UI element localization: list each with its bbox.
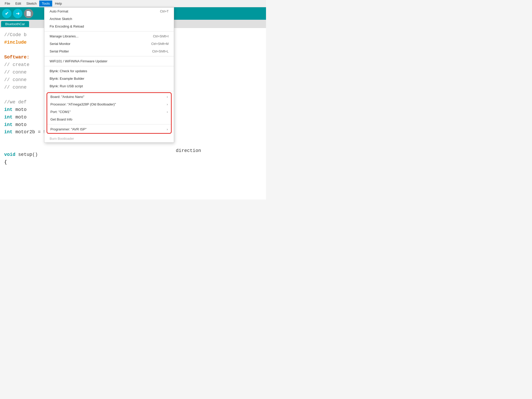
menu-file[interactable]: File bbox=[2, 1, 13, 6]
fix-encoding-label: Fix Encoding & Reload bbox=[50, 24, 84, 28]
auto-format-shortcut: Ctrl+T bbox=[160, 10, 169, 13]
divider-3 bbox=[44, 66, 174, 66]
serial-monitor-label: Serial Monitor bbox=[50, 42, 70, 46]
programmer-arrow-icon: › bbox=[167, 128, 168, 131]
auto-format-label: Auto Format bbox=[50, 9, 68, 13]
get-board-info-label: Get Board Info bbox=[50, 117, 72, 121]
menu-burn-bootloader[interactable]: Burn Bootloader bbox=[44, 135, 174, 142]
programmer-label: Programmer: "AVR ISP" bbox=[50, 127, 87, 131]
divider-1 bbox=[44, 31, 174, 31]
blynk-example-label: Blynk: Example Builder bbox=[50, 77, 84, 81]
menu-fix-encoding[interactable]: Fix Encoding & Reload bbox=[44, 23, 174, 30]
menu-serial-monitor[interactable]: Serial Monitor Ctrl+Shift+M bbox=[44, 40, 174, 48]
tools-dropdown-menu: Auto Format Ctrl+T Archive Sketch Fix En… bbox=[44, 7, 174, 143]
menu-port[interactable]: Port: "COM1" › bbox=[47, 108, 171, 116]
menu-blynk-check[interactable]: Blynk: Check for updates bbox=[44, 67, 174, 75]
menu-manage-libraries[interactable]: Manage Libraries... Ctrl+Shift+I bbox=[44, 32, 174, 40]
divider-in-highlight bbox=[47, 124, 171, 124]
tab-bluetoothcar[interactable]: BluetoothCar bbox=[1, 21, 29, 27]
menu-get-board-info[interactable]: Get Board Info bbox=[47, 116, 171, 123]
menu-sketch[interactable]: Sketch bbox=[24, 1, 39, 6]
divider-4 bbox=[44, 91, 174, 91]
processor-label: Processor: "ATmega328P (Old Bootloader)" bbox=[50, 102, 116, 106]
blynk-check-label: Blynk: Check for updates bbox=[50, 69, 87, 73]
menu-edit[interactable]: Edit bbox=[13, 1, 24, 6]
menu-board[interactable]: Board: "Arduino Nano" › bbox=[47, 93, 171, 101]
serial-plotter-label: Serial Plotter bbox=[50, 49, 69, 53]
board-label: Board: "Arduino Nano" bbox=[50, 95, 84, 99]
wifi-firmware-label: WiFi101 / WiFiNINA Firmware Updater bbox=[50, 59, 107, 63]
code-line-16 bbox=[4, 143, 262, 151]
archive-sketch-label: Archive Sketch bbox=[50, 17, 72, 21]
blynk-usb-label: Blynk: Run USB script bbox=[50, 84, 83, 88]
board-arrow-icon: › bbox=[167, 95, 168, 99]
menu-archive-sketch[interactable]: Archive Sketch bbox=[44, 15, 174, 23]
code-line-18: { bbox=[4, 158, 262, 166]
menubar: File Edit Sketch Tools Help bbox=[0, 0, 266, 7]
manage-libraries-shortcut: Ctrl+Shift+I bbox=[153, 35, 169, 38]
verify-button[interactable]: ✔ bbox=[2, 9, 11, 18]
serial-plotter-shortcut: Ctrl+Shift+L bbox=[152, 50, 169, 53]
menu-programmer[interactable]: Programmer: "AVR ISP" › bbox=[47, 125, 171, 133]
highlighted-board-section: Board: "Arduino Nano" › Processor: "ATme… bbox=[46, 92, 172, 134]
burn-bootloader-label: Burn Bootloader bbox=[50, 137, 74, 141]
menu-blynk-usb[interactable]: Blynk: Run USB script bbox=[44, 82, 174, 90]
menu-blynk-example[interactable]: Blynk: Example Builder bbox=[44, 75, 174, 82]
side-direction-text: direction bbox=[176, 148, 201, 153]
new-button[interactable]: 📄 bbox=[24, 9, 33, 18]
upload-button[interactable]: ➜ bbox=[13, 9, 22, 18]
manage-libraries-label: Manage Libraries... bbox=[50, 34, 78, 38]
menu-processor[interactable]: Processor: "ATmega328P (Old Bootloader)"… bbox=[47, 101, 171, 108]
menu-tools[interactable]: Tools bbox=[39, 1, 52, 6]
serial-monitor-shortcut: Ctrl+Shift+M bbox=[151, 42, 169, 46]
menu-help[interactable]: Help bbox=[52, 1, 64, 6]
code-line-17: void setup() bbox=[4, 151, 262, 158]
divider-2 bbox=[44, 56, 174, 56]
menu-auto-format[interactable]: Auto Format Ctrl+T bbox=[44, 8, 174, 15]
processor-arrow-icon: › bbox=[167, 103, 168, 106]
menu-wifi-firmware[interactable]: WiFi101 / WiFiNINA Firmware Updater bbox=[44, 57, 174, 65]
port-label: Port: "COM1" bbox=[50, 110, 71, 114]
menu-serial-plotter[interactable]: Serial Plotter Ctrl+Shift+L bbox=[44, 48, 174, 55]
port-arrow-icon: › bbox=[167, 110, 168, 114]
